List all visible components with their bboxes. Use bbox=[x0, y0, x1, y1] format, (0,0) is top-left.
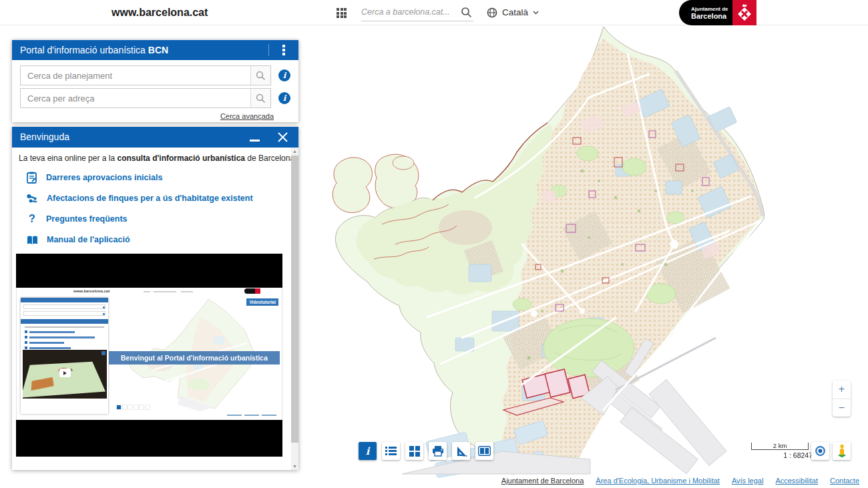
play-icon bbox=[59, 369, 71, 377]
language-label: Català bbox=[502, 7, 528, 17]
footer-link-avis-legal[interactable]: Avís legal bbox=[732, 477, 764, 485]
logo-line2: Barcelona bbox=[691, 12, 732, 20]
footer-link-ecologia[interactable]: Àrea d'Ecologia, Urbanisme i Mobilitat bbox=[596, 477, 720, 485]
clipboard-icon bbox=[27, 172, 37, 184]
chevron-down-icon bbox=[533, 11, 539, 15]
mini-footer bbox=[227, 415, 276, 416]
portal-title: Portal d'informació urbanística bbox=[20, 45, 148, 55]
welcome-dialog-body: La teva eina online per a la consulta d'… bbox=[12, 148, 298, 470]
map-scale: 2 km 1 : 68247 bbox=[751, 443, 811, 459]
scroll-up-icon[interactable]: ▲ bbox=[291, 148, 298, 155]
print-tool-button[interactable] bbox=[429, 442, 447, 460]
info-icon: i bbox=[366, 445, 370, 457]
keys-icon bbox=[27, 194, 38, 204]
planning-info-button[interactable]: i bbox=[278, 69, 290, 81]
top-bar: www.barcelona.cat Català Ajuntament de B… bbox=[0, 0, 868, 25]
print-icon bbox=[432, 446, 444, 457]
videotutorial-badge: Videotutorial bbox=[246, 298, 278, 306]
close-icon[interactable] bbox=[278, 132, 288, 142]
apps-grid-icon[interactable] bbox=[337, 8, 347, 19]
site-search-input[interactable] bbox=[361, 4, 453, 20]
header-divider bbox=[268, 44, 269, 56]
address-search-button[interactable] bbox=[250, 89, 270, 107]
pegman-icon bbox=[836, 444, 848, 459]
site-search bbox=[361, 4, 473, 21]
geolocate-button[interactable] bbox=[811, 442, 829, 460]
footer-link-ajuntament[interactable]: Ajuntament de Barcelona bbox=[501, 477, 584, 485]
mini-logo bbox=[244, 288, 260, 294]
legend-tool-button[interactable] bbox=[382, 442, 400, 460]
measure-icon bbox=[455, 445, 467, 457]
map-canvas[interactable] bbox=[302, 24, 836, 478]
barcelona-shield-icon bbox=[737, 4, 752, 21]
dialog-scrollbar[interactable]: ▲ ▼ bbox=[291, 148, 298, 470]
footer-link-accessibilitat[interactable]: Accessibilitat bbox=[775, 477, 818, 485]
portal-title-bcn: BCN bbox=[148, 45, 168, 55]
address-search-row: i bbox=[20, 88, 290, 108]
advanced-search-link[interactable]: Cerca avançada bbox=[220, 112, 274, 120]
welcome-title: Benvinguda bbox=[20, 132, 69, 142]
scale-bar: 2 km bbox=[751, 443, 809, 450]
scroll-down-icon[interactable]: ▼ bbox=[291, 463, 298, 470]
video-caption: Benvingut al Portal d'informació urbanís… bbox=[109, 351, 280, 364]
planning-search-input[interactable] bbox=[21, 66, 250, 85]
zoom-in-button[interactable]: + bbox=[833, 381, 851, 399]
scale-ratio: 1 : 68247 bbox=[751, 451, 813, 459]
swipe-icon bbox=[478, 446, 491, 456]
logo-line1: Ajuntament de bbox=[691, 6, 732, 12]
welcome-video[interactable]: www.barcelona.cat bbox=[16, 254, 282, 457]
list-icon bbox=[385, 446, 397, 456]
planning-search-row: i bbox=[20, 65, 290, 85]
video-letterbox-top bbox=[16, 254, 282, 288]
site-title[interactable]: www.barcelona.cat bbox=[112, 0, 208, 25]
grid-icon bbox=[409, 446, 420, 457]
link-preguntes-frequents[interactable]: ? Preguntes freqüents bbox=[27, 213, 128, 225]
scrollbar-thumb[interactable] bbox=[291, 156, 298, 443]
barcelona-map-graphic bbox=[302, 24, 836, 478]
link-darreres-aprovacions[interactable]: Darreres aprovacions inicials bbox=[27, 172, 162, 184]
mini-topbar: www.barcelona.cat bbox=[17, 288, 282, 296]
video-frame: www.barcelona.cat bbox=[16, 288, 282, 420]
footer-links: Ajuntament de Barcelona Àrea d'Ecologia,… bbox=[501, 477, 859, 485]
zoom-control: + − bbox=[833, 381, 851, 417]
book-icon bbox=[27, 235, 38, 245]
basemap-tool-button[interactable] bbox=[405, 442, 423, 460]
minimize-icon[interactable] bbox=[250, 140, 260, 142]
info-tool-button[interactable]: i bbox=[359, 442, 377, 460]
footer-link-contacte[interactable]: Contacte bbox=[830, 477, 859, 485]
language-selector[interactable]: Català bbox=[487, 0, 539, 25]
ajuntament-logo[interactable]: Ajuntament de Barcelona bbox=[679, 0, 756, 25]
portal-panel-header: Portal d'informació urbanística BCN bbox=[12, 40, 298, 60]
mini-video-thumbnail: 1854 bbox=[23, 350, 107, 399]
globe-icon bbox=[487, 7, 497, 18]
search-icon[interactable] bbox=[461, 7, 472, 18]
address-info-button[interactable]: i bbox=[278, 92, 290, 104]
zoom-out-button[interactable]: − bbox=[833, 399, 851, 417]
portal-panel: Portal d'informació urbanística BCN i bbox=[12, 40, 298, 122]
kebab-menu-icon[interactable] bbox=[278, 45, 289, 55]
link-manual-aplicacio[interactable]: Manual de l'aplicació bbox=[27, 234, 130, 246]
search-icon bbox=[256, 71, 266, 81]
welcome-dialog-header[interactable]: Benvinguda bbox=[12, 127, 298, 148]
mini-toolbar bbox=[117, 405, 150, 409]
streetview-button[interactable] bbox=[833, 442, 851, 460]
question-icon: ? bbox=[27, 214, 37, 224]
welcome-dialog: Benvinguda La teva eina online per a la … bbox=[12, 127, 298, 470]
geolocate-icon bbox=[815, 445, 826, 457]
search-icon bbox=[256, 93, 266, 103]
planning-search-button[interactable] bbox=[250, 66, 270, 85]
link-afectacions-finques[interactable]: Afectacions de finques per a ús d'habita… bbox=[27, 192, 253, 204]
mini-portal-panel: 1854 bbox=[21, 298, 108, 414]
welcome-intro: La teva eina online per a la consulta d'… bbox=[19, 154, 294, 163]
video-letterbox-bottom bbox=[16, 420, 282, 457]
measure-tool-button[interactable] bbox=[452, 442, 470, 460]
address-search-input[interactable] bbox=[21, 89, 250, 107]
mini-site-title: www.barcelona.cat bbox=[73, 289, 110, 293]
swipe-tool-button[interactable] bbox=[475, 442, 493, 460]
